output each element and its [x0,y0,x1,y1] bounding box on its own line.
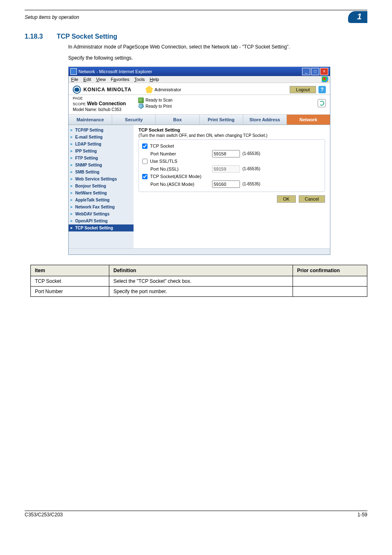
sidebar-item-webdav[interactable]: WebDAV Settings [69,210,134,217]
section-number: 1.18.3 [25,33,46,40]
sidebar-item-ipp[interactable]: IPP Setting [69,148,134,155]
port-ssl-label: Port No.(SSL) [142,166,212,171]
konica-minolta-logo-icon [73,86,81,94]
sidebar-item-openapi[interactable]: OpenAPI Setting [69,217,134,224]
cell-item: Port Number [31,286,109,296]
model-name: Model Name: bizhub C353 [73,107,126,112]
tab-maintenance[interactable]: Maintenance [69,115,112,125]
brand-name: KONICA MINOLTA [83,87,131,92]
th-item: Item [31,265,109,276]
port-ascii-label: Port No.(ASCII Mode) [142,182,212,187]
sidebar-item-tcpip[interactable]: TCP/IP Setting [69,127,134,134]
settings-pane: TCP Socket Setting (Turn the main switch… [134,125,330,248]
tcp-ascii-checkbox[interactable] [142,174,148,179]
th-definition: Definition [109,265,293,276]
administrator-label: Administrator [154,87,181,92]
sidebar-item-snmp[interactable]: SNMP Setting [69,162,134,169]
paragraph-1: In Administrator mode of PageScope Web C… [68,44,367,51]
sidebar-item-email[interactable]: E-mail Setting [69,134,134,141]
sidebar-item-smb[interactable]: SMB Setting [69,169,134,176]
print-status-icon [138,104,144,109]
help-icon[interactable]: ? [318,86,326,93]
chapter-badge: 1 [348,11,367,23]
windows-flag-icon [322,76,328,82]
tcp-ascii-label: TCP Socket(ASCII Mode) [150,174,212,179]
th-prior: Prior confirmation [293,265,367,276]
tab-security[interactable]: Security [112,115,156,125]
tab-bar: Maintenance Security Box Print Setting S… [69,115,330,125]
tcp-socket-checkbox[interactable] [142,143,148,149]
use-ssl-label: Use SSL/TLS [150,159,212,164]
sidebar-item-ldap[interactable]: LDAP Setting [69,141,134,148]
port-ascii-input[interactable] [212,180,240,188]
cell-item: TCP Socket [31,276,109,286]
menu-favorites[interactable]: Favorites [111,77,129,82]
menu-view[interactable]: View [96,77,106,82]
sidebar: TCP/IP Setting E-mail Setting LDAP Setti… [69,125,134,248]
ie-icon [70,68,77,75]
tab-print-setting[interactable]: Print Setting [200,115,243,125]
cell-prior [293,286,367,296]
footer-right: 1-59 [357,512,367,518]
cell-prior [293,276,367,286]
port-ssl-range: (1-65535) [242,166,260,171]
status-scan: Ready to Scan [145,98,173,102]
administrator-icon [145,86,153,93]
app-statusbar [69,248,330,254]
menu-file[interactable]: File [71,77,78,82]
table-row: Port Number Specify the port number. [31,286,367,296]
description-table: Item Definition Prior confirmation TCP S… [30,265,367,297]
window-maximize-button[interactable]: □ [311,68,319,75]
port-number-input[interactable] [212,150,240,157]
sidebar-item-bonjour[interactable]: Bonjour Setting [69,183,134,190]
panel-heading: TCP Socket Setting [138,127,325,132]
tab-store-address[interactable]: Store Address [243,115,287,125]
port-number-label: Port Number [142,151,212,156]
sidebar-item-netware[interactable]: NetWare Setting [69,190,134,197]
cell-definition: Specify the port number. [109,286,293,296]
paragraph-2: Specify the following settings. [68,55,367,62]
logout-button[interactable]: Logout [290,86,316,93]
tab-box[interactable]: Box [156,115,199,125]
menu-edit[interactable]: Edit [83,77,91,82]
panel-note: (Turn the main switch OFF, and then ON, … [138,133,325,138]
window-close-button[interactable]: × [320,68,328,75]
port-ascii-range: (1-65535) [242,182,260,186]
use-ssl-checkbox[interactable] [142,159,148,164]
sidebar-item-appletalk[interactable]: AppleTalk Setting [69,197,134,204]
pagescope-label: PAGESCOPE Web Connection [73,95,126,106]
port-ssl-input[interactable] [212,165,240,173]
running-head: Setup items by operation [25,14,79,20]
window-titlebar: Network - Microsoft Internet Explorer _ … [69,67,330,76]
status-print: Ready to Print [145,104,171,109]
refresh-icon[interactable] [318,99,326,107]
tcp-socket-label: TCP Socket [150,143,212,148]
menu-tools[interactable]: Tools [134,77,145,82]
sidebar-item-tcpsocket[interactable]: TCP Socket Setting [69,224,134,231]
sidebar-item-networkfax[interactable]: Network Fax Setting [69,204,134,210]
ok-button[interactable]: OK [277,195,296,203]
menu-help[interactable]: Help [150,77,159,82]
scan-status-icon [138,97,144,103]
footer-left: C353/C253/C203 [25,512,63,518]
menu-bar: File Edit View Favorites Tools Help [69,76,330,83]
section-title: TCP Socket Setting [57,33,117,40]
sidebar-item-webservice[interactable]: Web Service Settings [69,176,134,183]
sidebar-item-ftp[interactable]: FTP Setting [69,155,134,162]
window-title: Network - Microsoft Internet Explorer [78,69,152,74]
cell-definition: Select the "TCP Socket" check box. [109,276,293,286]
table-row: TCP Socket Select the "TCP Socket" check… [31,276,367,286]
tab-network[interactable]: Network [287,115,330,125]
section-heading: 1.18.3 TCP Socket Setting [25,33,367,40]
cancel-button[interactable]: Cancel [299,195,325,203]
port-number-range: (1-65535) [242,151,260,156]
window-minimize-button[interactable]: _ [302,68,310,75]
screenshot-window: Network - Microsoft Internet Explorer _ … [68,67,330,255]
